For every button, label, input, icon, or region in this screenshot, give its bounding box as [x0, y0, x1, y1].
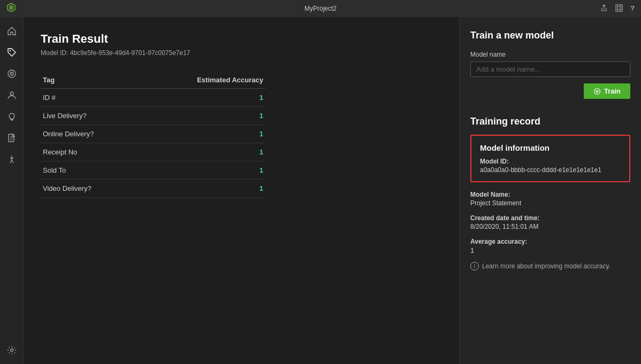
- svg-point-7: [11, 73, 12, 74]
- sidebar: [0, 17, 24, 364]
- accuracy-section: Average accuracy: 1: [470, 238, 630, 254]
- results-table: Tag Estimated Accuracy ID # 1 Live Deliv…: [41, 72, 265, 198]
- model-info-title: Model information: [480, 143, 621, 152]
- svg-rect-3: [617, 6, 621, 10]
- tag-cell: Video Delivery?: [41, 180, 140, 198]
- col-header-accuracy: Estimated Accuracy: [140, 72, 265, 89]
- created-value: 8/20/2020, 11:51:01 AM: [470, 223, 630, 230]
- accuracy-value: 1: [470, 246, 630, 254]
- sidebar-item-pin[interactable]: [2, 150, 21, 169]
- content-area: Train Result Model ID: 4bc9e5fe-953e-49d…: [24, 17, 641, 364]
- app-logo: [6, 3, 16, 14]
- share-icon[interactable]: [600, 4, 608, 13]
- sidebar-item-document[interactable]: [2, 128, 21, 148]
- col-header-tag: Tag: [41, 72, 140, 89]
- created-section: Created date and time: 8/20/2020, 11:51:…: [470, 214, 630, 230]
- help-icon[interactable]: ?: [630, 4, 635, 13]
- table-row: Receipt No 1: [41, 143, 265, 161]
- train-button[interactable]: Train: [584, 83, 630, 99]
- accuracy-label: Average accuracy:: [470, 238, 630, 245]
- app-title: MyProject2: [304, 5, 337, 12]
- window-icon[interactable]: [615, 4, 623, 13]
- sidebar-item-settings[interactable]: [2, 340, 21, 360]
- sidebar-item-model[interactable]: [2, 64, 21, 83]
- page-title: Train Result: [41, 32, 442, 46]
- table-row: Sold To 1: [41, 161, 265, 180]
- tag-cell: Live Delivery?: [41, 107, 140, 125]
- model-id-label: Model ID: 4bc9e5fe-953e-49d4-9701-97c007…: [41, 49, 442, 57]
- accuracy-cell: 1: [140, 180, 265, 198]
- table-row: Video Delivery? 1: [41, 180, 265, 198]
- train-button-label: Train: [604, 87, 621, 95]
- learn-more-text: Learn more about improving model accurac…: [482, 262, 611, 270]
- model-id-field-label: Model ID:: [480, 158, 621, 165]
- model-id-value: a0a0a0a0-bbbb-cccc-dddd-e1e1e1e1e1e1: [480, 166, 621, 174]
- model-name-input[interactable]: [470, 61, 630, 77]
- tag-cell: Sold To: [41, 161, 140, 180]
- svg-point-10: [10, 349, 13, 352]
- accuracy-cell: 1: [140, 143, 265, 161]
- main-layout: Train Result Model ID: 4bc9e5fe-953e-49d…: [0, 17, 641, 364]
- sidebar-item-home[interactable]: [2, 21, 21, 41]
- table-body: ID # 1 Live Delivery? 1 Online Delivery?…: [41, 89, 265, 198]
- tag-cell: Online Delivery?: [41, 125, 140, 143]
- titlebar: MyProject2 ?: [0, 0, 641, 17]
- learn-more[interactable]: i Learn more about improving model accur…: [470, 262, 630, 270]
- main-panel: Train Result Model ID: 4bc9e5fe-953e-49d…: [24, 17, 459, 364]
- svg-marker-1: [9, 5, 13, 10]
- new-model-title: Train a new model: [470, 30, 630, 41]
- sidebar-item-bulb[interactable]: [2, 107, 21, 126]
- svg-rect-2: [616, 5, 622, 11]
- table-row: ID # 1: [41, 89, 265, 107]
- info-icon: i: [470, 262, 479, 270]
- svg-point-13: [597, 91, 598, 92]
- svg-point-4: [9, 50, 10, 51]
- accuracy-cell: 1: [140, 161, 265, 180]
- created-label: Created date and time:: [470, 214, 630, 222]
- accuracy-cell: 1: [140, 107, 265, 125]
- sidebar-item-tag[interactable]: [2, 43, 21, 62]
- sidebar-item-person[interactable]: [2, 86, 21, 105]
- model-name-field-label: Model name: [470, 51, 630, 58]
- svg-point-8: [10, 92, 13, 95]
- right-panel: Train a new model Model name Train Train…: [459, 17, 641, 364]
- model-info-box: Model information Model ID: a0a0a0a0-bbb…: [470, 135, 630, 182]
- table-row: Online Delivery? 1: [41, 125, 265, 143]
- table-row: Live Delivery? 1: [41, 107, 265, 125]
- tag-cell: ID #: [41, 89, 140, 107]
- model-name-info-label: Model Name:: [470, 191, 630, 198]
- training-record-title: Training record: [470, 116, 630, 127]
- titlebar-actions: ?: [600, 4, 635, 13]
- model-name-info-value: Project Statement: [470, 199, 630, 207]
- table-header-row: Tag Estimated Accuracy: [41, 72, 265, 89]
- model-name-section: Model Name: Project Statement: [470, 191, 630, 207]
- model-id-section: Model ID: a0a0a0a0-bbbb-cccc-dddd-e1e1e1…: [480, 158, 621, 174]
- accuracy-cell: 1: [140, 125, 265, 143]
- tag-cell: Receipt No: [41, 143, 140, 161]
- accuracy-cell: 1: [140, 89, 265, 107]
